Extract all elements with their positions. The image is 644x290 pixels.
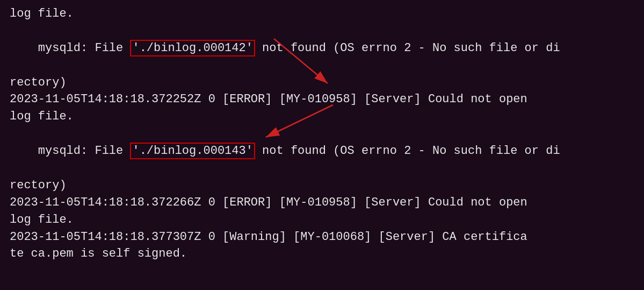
line-2-suffix: not found (OS errno 2 - No such file or …: [255, 41, 560, 55]
line-4: 2023-11-05T14:18:18.372252Z 0 [ERROR] [M…: [10, 91, 634, 108]
line-9: log file.: [10, 211, 634, 229]
line-5: log file.: [10, 108, 634, 125]
line-2: mysqld: File './binlog.000142' not found…: [10, 23, 634, 74]
line-7: rectory): [10, 177, 634, 194]
line-8: 2023-11-05T14:18:18.372266Z 0 [ERROR] [M…: [10, 194, 634, 211]
line-6: mysqld: File './binlog.000143' not found…: [10, 125, 634, 177]
line-6-prefix: mysqld: File: [38, 144, 131, 158]
line-6-suffix: not found (OS errno 2 - No such file or …: [255, 144, 560, 158]
line-3: rectory): [10, 74, 634, 91]
line-11: te ca.pem is self signed.: [10, 245, 634, 263]
terminal-window: log file. mysqld: File './binlog.000142'…: [0, 0, 644, 290]
line-1: log file.: [10, 5, 634, 23]
binlog-143-highlight: './binlog.000143': [130, 143, 255, 159]
binlog-142-highlight: './binlog.000142': [130, 40, 255, 56]
line-2-prefix: mysqld: File: [38, 41, 131, 55]
line-10: 2023-11-05T14:18:18.377307Z 0 [Warning] …: [10, 229, 634, 246]
